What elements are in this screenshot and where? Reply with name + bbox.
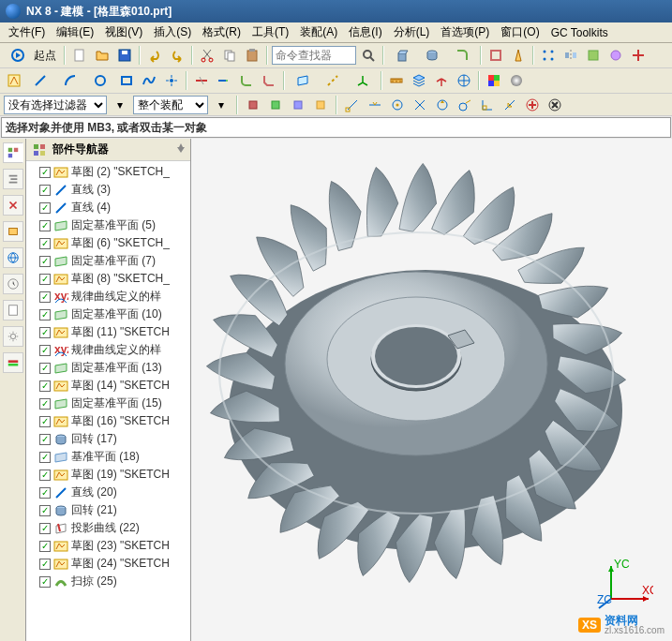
shell-button[interactable] — [485, 45, 506, 66]
snap-perp-button[interactable] — [478, 96, 497, 114]
snap2-button[interactable] — [266, 96, 285, 114]
datum-csys-button[interactable] — [349, 70, 377, 91]
tree-item[interactable]: ✓直线 (20) — [26, 484, 190, 501]
tree-checkbox[interactable]: ✓ — [39, 523, 51, 534]
tree-item[interactable]: ✓扫掠 (25) — [26, 573, 190, 590]
snap-end-button[interactable] — [343, 96, 362, 114]
tree-checkbox[interactable]: ✓ — [39, 380, 51, 392]
chamfer-button[interactable] — [259, 70, 279, 91]
menu-assembly[interactable]: 装配(A) — [295, 22, 342, 42]
tree-checkbox[interactable]: ✓ — [39, 345, 51, 356]
tree-item[interactable]: ✓草图 (11) "SKETCH — [26, 323, 190, 341]
snap4-button[interactable] — [311, 96, 330, 114]
tree-checkbox[interactable]: ✓ — [39, 327, 51, 338]
render-button[interactable] — [506, 70, 527, 91]
tree-item[interactable]: ✓草图 (19) "SKETCH — [26, 466, 190, 484]
snap3-button[interactable] — [289, 96, 307, 114]
menu-analyze[interactable]: 分析(L) — [389, 22, 435, 42]
filter-drop2-button[interactable]: ▾ — [212, 96, 231, 114]
menu-gc[interactable]: GC Toolkits — [546, 24, 613, 41]
tree-checkbox[interactable]: ✓ — [39, 238, 51, 249]
menu-insert[interactable]: 插入(S) — [149, 22, 196, 42]
command-finder-input[interactable] — [272, 46, 356, 65]
menu-info[interactable]: 信息(I) — [344, 22, 386, 42]
pin-icon[interactable] — [175, 142, 187, 154]
measure-button[interactable] — [386, 70, 407, 91]
menu-format[interactable]: 格式(R) — [198, 22, 246, 42]
tree-item[interactable]: ✓回转 (21) — [26, 501, 190, 519]
arc-button[interactable] — [56, 70, 84, 91]
copy-button[interactable] — [219, 45, 240, 66]
start-button[interactable] — [4, 45, 32, 66]
line-button[interactable] — [26, 70, 54, 91]
cut-button[interactable] — [197, 45, 217, 66]
extra-tab[interactable] — [3, 352, 23, 373]
tree-checkbox[interactable]: ✓ — [39, 398, 51, 410]
part-navigator-tab[interactable] — [3, 142, 23, 163]
blend-button[interactable] — [448, 45, 476, 66]
tree-item[interactable]: ✓直线 (4) — [26, 199, 190, 216]
open-button[interactable] — [92, 45, 112, 66]
graphics-viewport[interactable]: YC XC ZC XS 资料网 zl.xs1616.com — [191, 139, 672, 641]
tree-item[interactable]: ✓草图 (8) "SKETCH_ — [26, 270, 190, 288]
datum-plane-button[interactable] — [289, 70, 317, 91]
redo-button[interactable] — [167, 45, 187, 66]
wcs-button[interactable] — [431, 70, 452, 91]
tree-item[interactable]: ✓草图 (24) "SKETCH — [26, 555, 190, 573]
tree-checkbox[interactable]: ✓ — [39, 291, 51, 303]
draft-button[interactable] — [508, 45, 529, 66]
tree-checkbox[interactable]: ✓ — [39, 487, 51, 499]
menu-window[interactable]: 窗口(O) — [496, 22, 544, 42]
sketch-button[interactable] — [4, 70, 24, 91]
tree-item[interactable]: ✓草图 (2) "SKETCH_ — [26, 163, 190, 181]
menu-edit[interactable]: 编辑(E) — [52, 22, 98, 42]
snap-int-button[interactable] — [411, 96, 429, 114]
circle-button[interactable] — [86, 70, 114, 91]
tree-item[interactable]: ✓草图 (16) "SKETCH — [26, 412, 190, 430]
tree-checkbox[interactable]: ✓ — [39, 274, 51, 285]
snap-ctr-button[interactable] — [388, 96, 407, 114]
system-tab[interactable] — [3, 326, 23, 347]
tree-item[interactable]: ✓固定基准平面 (10) — [26, 306, 190, 323]
point-button[interactable] — [161, 70, 182, 91]
menu-tools[interactable]: 工具(T) — [247, 22, 293, 42]
tree-item[interactable]: ✓固定基准平面 (7) — [26, 252, 190, 270]
tree-checkbox[interactable]: ✓ — [39, 434, 51, 445]
scope-select[interactable]: 整个装配 — [133, 96, 208, 114]
tree-item[interactable]: ✓直线 (3) — [26, 181, 190, 199]
undo-button[interactable] — [144, 45, 165, 66]
filter-drop-button[interactable]: ▾ — [111, 96, 129, 114]
tree-item[interactable]: ✓投影曲线 (22) — [26, 519, 190, 537]
more3-button[interactable] — [628, 45, 649, 66]
menu-prefs[interactable]: 首选项(P) — [436, 22, 494, 42]
tree-checkbox[interactable]: ✓ — [39, 576, 51, 588]
constraint-tab[interactable] — [3, 195, 23, 216]
snap-near-button[interactable] — [500, 96, 519, 114]
wcs2-button[interactable] — [454, 70, 474, 91]
new-button[interactable] — [69, 45, 90, 66]
tree-checkbox[interactable]: ✓ — [39, 256, 51, 267]
fillet-button[interactable] — [236, 70, 257, 91]
tree-checkbox[interactable]: ✓ — [39, 541, 51, 552]
trim-button[interactable] — [191, 70, 212, 91]
mirror-button[interactable] — [560, 45, 581, 66]
layer-button[interactable] — [409, 70, 429, 91]
more1-button[interactable] — [583, 45, 604, 66]
snap1-button[interactable] — [244, 96, 262, 114]
snap-mid-button[interactable] — [366, 96, 384, 114]
tree-checkbox[interactable]: ✓ — [39, 505, 51, 516]
tree-checkbox[interactable]: ✓ — [39, 167, 51, 178]
snap-plus-button[interactable] — [523, 96, 542, 114]
more2-button[interactable] — [605, 45, 626, 66]
tree-checkbox[interactable]: ✓ — [39, 220, 51, 231]
tree-item[interactable]: ✓固定基准平面 (5) — [26, 216, 190, 234]
snap-quad-button[interactable] — [433, 96, 452, 114]
tree-item[interactable]: ✓回转 (17) — [26, 430, 190, 448]
tree-checkbox[interactable]: ✓ — [39, 309, 51, 320]
tree-item[interactable]: ✓固定基准平面 (15) — [26, 395, 190, 412]
assembly-navigator-tab[interactable] — [3, 169, 23, 189]
tree-item[interactable]: ✓xyz规律曲线定义的样 — [26, 288, 190, 306]
tree-item[interactable]: ✓xyz规律曲线定义的样 — [26, 341, 190, 359]
save-button[interactable] — [114, 45, 135, 66]
tree-item[interactable]: ✓基准平面 (18) — [26, 448, 190, 466]
